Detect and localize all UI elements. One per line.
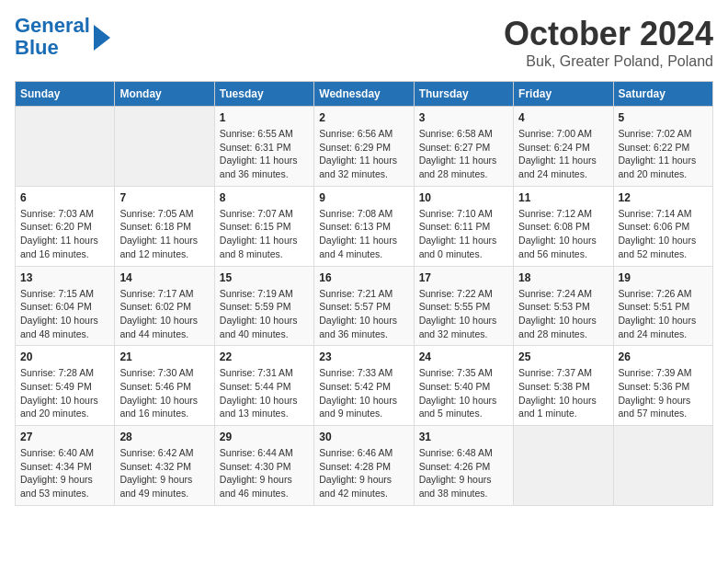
day-info: Sunrise: 7:14 AMSunset: 6:06 PMDaylight:… [619, 207, 708, 261]
col-thursday: Thursday [414, 82, 513, 107]
day-number: 15 [220, 271, 309, 284]
day-info: Sunrise: 6:48 AMSunset: 4:26 PMDaylight:… [419, 446, 508, 500]
day-number: 24 [419, 350, 508, 363]
day-number: 5 [619, 111, 708, 124]
day-info: Sunrise: 7:33 AMSunset: 5:42 PMDaylight:… [319, 366, 408, 420]
calendar-cell: 28Sunrise: 6:42 AMSunset: 4:32 PMDayligh… [115, 426, 214, 506]
day-info: Sunrise: 7:00 AMSunset: 6:24 PMDaylight:… [518, 127, 608, 181]
calendar-week-row: 20Sunrise: 7:28 AMSunset: 5:49 PMDayligh… [16, 346, 713, 426]
calendar-cell: 15Sunrise: 7:19 AMSunset: 5:59 PMDayligh… [214, 266, 313, 346]
calendar-cell: 9Sunrise: 7:08 AMSunset: 6:13 PMDaylight… [314, 186, 414, 266]
col-saturday: Saturday [613, 82, 712, 107]
col-friday: Friday [514, 82, 613, 107]
calendar-cell: 7Sunrise: 7:05 AMSunset: 6:18 PMDaylight… [115, 186, 214, 266]
calendar-cell: 14Sunrise: 7:17 AMSunset: 6:02 PMDayligh… [115, 266, 214, 346]
calendar-cell: 24Sunrise: 7:35 AMSunset: 5:40 PMDayligh… [414, 346, 513, 426]
day-number: 4 [518, 111, 608, 124]
day-info: Sunrise: 7:19 AMSunset: 5:59 PMDaylight:… [220, 287, 309, 341]
day-number: 28 [119, 431, 209, 443]
month-title: October 2024 [504, 15, 713, 53]
col-wednesday: Wednesday [314, 82, 414, 107]
day-number: 26 [619, 350, 708, 363]
day-info: Sunrise: 7:15 AMSunset: 6:04 PMDaylight:… [20, 287, 109, 341]
day-number: 23 [319, 350, 408, 363]
calendar-cell: 2Sunrise: 6:56 AMSunset: 6:29 PMDaylight… [314, 107, 414, 187]
calendar-cell: 20Sunrise: 7:28 AMSunset: 5:49 PMDayligh… [16, 346, 115, 426]
calendar-body: 1Sunrise: 6:55 AMSunset: 6:31 PMDaylight… [16, 107, 713, 506]
day-number: 25 [518, 350, 608, 363]
day-info: Sunrise: 7:12 AMSunset: 6:08 PMDaylight:… [518, 207, 608, 261]
calendar-cell: 3Sunrise: 6:58 AMSunset: 6:27 PMDaylight… [414, 107, 513, 187]
day-info: Sunrise: 7:08 AMSunset: 6:13 PMDaylight:… [319, 207, 408, 261]
calendar-cell: 23Sunrise: 7:33 AMSunset: 5:42 PMDayligh… [314, 346, 414, 426]
day-info: Sunrise: 7:39 AMSunset: 5:36 PMDaylight:… [619, 366, 708, 420]
day-info: Sunrise: 7:02 AMSunset: 6:22 PMDaylight:… [619, 127, 708, 181]
logo-line1: General Blue [15, 15, 90, 59]
day-info: Sunrise: 7:21 AMSunset: 5:57 PMDaylight:… [319, 287, 408, 341]
day-number: 12 [619, 191, 708, 204]
day-number: 19 [619, 271, 708, 284]
day-info: Sunrise: 7:37 AMSunset: 5:38 PMDaylight:… [518, 366, 608, 420]
day-info: Sunrise: 7:05 AMSunset: 6:18 PMDaylight:… [119, 207, 209, 261]
day-info: Sunrise: 6:44 AMSunset: 4:30 PMDaylight:… [220, 446, 309, 500]
day-info: Sunrise: 6:40 AMSunset: 4:34 PMDaylight:… [20, 446, 109, 500]
logo: General Blue [15, 15, 110, 59]
calendar-table: Sunday Monday Tuesday Wednesday Thursday… [15, 81, 713, 506]
calendar-cell: 4Sunrise: 7:00 AMSunset: 6:24 PMDaylight… [514, 107, 613, 187]
day-info: Sunrise: 6:46 AMSunset: 4:28 PMDaylight:… [319, 446, 408, 500]
calendar-cell: 10Sunrise: 7:10 AMSunset: 6:11 PMDayligh… [414, 186, 513, 266]
calendar-week-row: 13Sunrise: 7:15 AMSunset: 6:04 PMDayligh… [16, 266, 713, 346]
calendar-cell: 22Sunrise: 7:31 AMSunset: 5:44 PMDayligh… [214, 346, 313, 426]
day-number: 14 [119, 271, 209, 284]
day-number: 1 [220, 111, 309, 124]
calendar-cell: 1Sunrise: 6:55 AMSunset: 6:31 PMDaylight… [214, 107, 313, 187]
day-info: Sunrise: 7:17 AMSunset: 6:02 PMDaylight:… [119, 287, 209, 341]
col-tuesday: Tuesday [214, 82, 313, 107]
day-info: Sunrise: 6:55 AMSunset: 6:31 PMDaylight:… [220, 127, 309, 181]
day-info: Sunrise: 6:56 AMSunset: 6:29 PMDaylight:… [319, 127, 408, 181]
calendar-cell: 19Sunrise: 7:26 AMSunset: 5:51 PMDayligh… [613, 266, 712, 346]
day-info: Sunrise: 7:28 AMSunset: 5:49 PMDaylight:… [20, 366, 109, 420]
calendar-week-row: 6Sunrise: 7:03 AMSunset: 6:20 PMDaylight… [16, 186, 713, 266]
calendar-cell: 29Sunrise: 6:44 AMSunset: 4:30 PMDayligh… [214, 426, 313, 506]
calendar-cell [16, 107, 115, 187]
calendar-header: Sunday Monday Tuesday Wednesday Thursday… [16, 82, 713, 107]
day-info: Sunrise: 7:35 AMSunset: 5:40 PMDaylight:… [419, 366, 508, 420]
day-info: Sunrise: 7:24 AMSunset: 5:53 PMDaylight:… [518, 287, 608, 341]
day-number: 8 [220, 191, 309, 204]
calendar-week-row: 1Sunrise: 6:55 AMSunset: 6:31 PMDaylight… [16, 107, 713, 187]
calendar-cell: 17Sunrise: 7:22 AMSunset: 5:55 PMDayligh… [414, 266, 513, 346]
page-header: General Blue October 2024 Buk, Greater P… [15, 15, 713, 70]
logo-arrow-icon [94, 25, 110, 51]
day-info: Sunrise: 6:58 AMSunset: 6:27 PMDaylight:… [419, 127, 508, 181]
col-monday: Monday [115, 82, 214, 107]
day-info: Sunrise: 7:07 AMSunset: 6:15 PMDaylight:… [220, 207, 309, 261]
location: Buk, Greater Poland, Poland [504, 53, 713, 70]
day-info: Sunrise: 6:42 AMSunset: 4:32 PMDaylight:… [119, 446, 209, 500]
calendar-cell: 26Sunrise: 7:39 AMSunset: 5:36 PMDayligh… [613, 346, 712, 426]
day-number: 6 [20, 191, 109, 204]
calendar-cell: 8Sunrise: 7:07 AMSunset: 6:15 PMDaylight… [214, 186, 313, 266]
day-number: 30 [319, 431, 408, 443]
calendar-week-row: 27Sunrise: 6:40 AMSunset: 4:34 PMDayligh… [16, 426, 713, 506]
day-number: 22 [220, 350, 309, 363]
day-number: 10 [419, 191, 508, 204]
calendar-cell: 11Sunrise: 7:12 AMSunset: 6:08 PMDayligh… [514, 186, 613, 266]
day-number: 31 [419, 431, 508, 443]
calendar-cell: 21Sunrise: 7:30 AMSunset: 5:46 PMDayligh… [115, 346, 214, 426]
calendar-cell: 27Sunrise: 6:40 AMSunset: 4:34 PMDayligh… [16, 426, 115, 506]
day-number: 21 [119, 350, 209, 363]
col-sunday: Sunday [16, 82, 115, 107]
calendar-cell: 30Sunrise: 6:46 AMSunset: 4:28 PMDayligh… [314, 426, 414, 506]
calendar-cell: 18Sunrise: 7:24 AMSunset: 5:53 PMDayligh… [514, 266, 613, 346]
day-number: 11 [518, 191, 608, 204]
calendar-cell: 13Sunrise: 7:15 AMSunset: 6:04 PMDayligh… [16, 266, 115, 346]
day-number: 2 [319, 111, 408, 124]
calendar-cell [613, 426, 712, 506]
day-number: 7 [119, 191, 209, 204]
calendar-cell: 31Sunrise: 6:48 AMSunset: 4:26 PMDayligh… [414, 426, 513, 506]
calendar-cell: 12Sunrise: 7:14 AMSunset: 6:06 PMDayligh… [613, 186, 712, 266]
day-info: Sunrise: 7:22 AMSunset: 5:55 PMDaylight:… [419, 287, 508, 341]
day-number: 27 [20, 431, 109, 443]
day-number: 20 [20, 350, 109, 363]
